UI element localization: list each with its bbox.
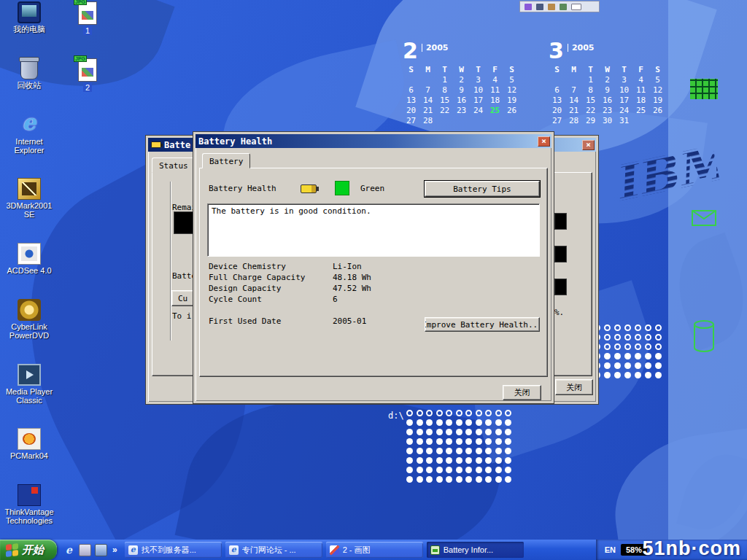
dot xyxy=(417,410,423,416)
calendar-header: 2 2005 xyxy=(403,40,525,65)
dot xyxy=(406,467,413,473)
calendar-weekday: S xyxy=(403,65,419,75)
desktop-icon-label: Media Player Classic xyxy=(1,387,57,405)
language-indicator[interactable]: EN xyxy=(605,545,616,554)
quicklaunch-ie-icon[interactable]: e xyxy=(63,544,75,556)
calendar-week-row: 20212223242526 xyxy=(403,106,525,116)
jpg-file-icon: JPG xyxy=(78,58,97,82)
close-dialog-button[interactable]: 关闭 xyxy=(503,385,541,400)
ie-icon xyxy=(229,545,239,555)
calendar-day: 7 xyxy=(419,85,436,96)
tab-status[interactable]: Status xyxy=(152,158,196,173)
calendar-day: 9 xyxy=(599,85,616,96)
power-icon[interactable] xyxy=(548,4,555,10)
watermark: 51nb·com xyxy=(642,537,741,560)
calendar-week-row: 2728293031 xyxy=(549,116,671,126)
taskbar-task-battery[interactable]: Battery Infor... xyxy=(427,542,524,558)
file-icon-column: JPG1JPG2 xyxy=(71,1,104,92)
dot xyxy=(645,353,651,359)
dot xyxy=(645,362,651,369)
taskbar-task-paint[interactable]: 2 - 画图 xyxy=(326,542,423,558)
calendar-day: 28 xyxy=(419,116,436,126)
dot xyxy=(417,476,423,483)
calendar-day: 14 xyxy=(419,96,436,106)
volume-icon[interactable] xyxy=(525,4,532,10)
desktop-icon-3dmark2001[interactable]: 3DMark2001 SE xyxy=(1,178,57,219)
window-titlebar[interactable]: Battery Health × xyxy=(196,134,551,148)
calendar-day: 20 xyxy=(403,106,419,116)
close-icon[interactable]: × xyxy=(582,140,595,150)
taskbar-task-ie[interactable]: 找不到服务器... xyxy=(125,542,222,558)
desktop-mini-toolbar xyxy=(519,1,600,12)
dot xyxy=(426,457,433,464)
cu-button-fragment[interactable]: Cu xyxy=(171,290,194,306)
calendar-day xyxy=(403,75,419,85)
desktop-file-2[interactable]: JPG2 xyxy=(71,58,104,92)
dot xyxy=(446,438,452,445)
calendar-day xyxy=(649,116,666,126)
taskbar-task-ie[interactable]: 专门网论坛 - ... xyxy=(225,542,322,558)
dot xyxy=(436,448,443,454)
calendar-day: 14 xyxy=(565,96,582,106)
dot xyxy=(426,410,433,416)
quicklaunch-desktop-icon[interactable] xyxy=(95,544,107,556)
dot xyxy=(614,362,621,369)
battery-tray-icon[interactable] xyxy=(560,4,567,10)
dot xyxy=(426,467,433,473)
calendar-year: 2005 xyxy=(568,44,595,52)
calendar-day: 2 xyxy=(599,75,616,85)
desktop-icon-acdsee[interactable]: ACDSee 4.0 xyxy=(1,243,57,275)
calendar-day: 27 xyxy=(403,116,419,126)
close-icon[interactable]: × xyxy=(538,136,550,147)
battery-icon xyxy=(301,184,317,193)
dot xyxy=(485,448,492,454)
quicklaunch-media-icon[interactable] xyxy=(79,544,91,556)
desktop-icon-internet-explorer[interactable]: Internet Explorer xyxy=(1,114,57,155)
calendar-day: 25 xyxy=(487,106,503,116)
recycle-bin-icon xyxy=(20,58,38,79)
battery-gauge-box xyxy=(554,279,567,295)
desktop-icon-thinkvantage[interactable]: ThinkVantage Technologies xyxy=(1,484,57,525)
improve-battery-health-button[interactable]: Improve Battery Health... xyxy=(425,317,540,332)
calendar-grid: SMTWTFS123456789101112131415161718192021… xyxy=(549,65,671,126)
battery-status-text: Green xyxy=(360,184,384,193)
desktop-file-1[interactable]: JPG1 xyxy=(71,1,104,35)
quicklaunch-overflow-chevron[interactable]: » xyxy=(111,545,119,555)
dot xyxy=(436,457,443,464)
dot xyxy=(495,419,502,426)
desktop-icon-media-player-classic[interactable]: Media Player Classic xyxy=(1,364,57,405)
calendar-day: 23 xyxy=(599,106,616,116)
calendar-weekday: W xyxy=(453,65,470,75)
calendar-week-row: 20212223242526 xyxy=(549,106,671,116)
desktop-icon-pcmark04[interactable]: PCMark04 xyxy=(1,428,57,460)
desktop-icon-my-computer[interactable]: 我的电脑 xyxy=(1,1,57,34)
start-button[interactable]: 开始 xyxy=(0,540,57,560)
task-label: 2 - 画图 xyxy=(343,545,371,556)
keyboard-icon[interactable] xyxy=(571,4,581,10)
calendar-day: 3 xyxy=(616,75,632,85)
dot xyxy=(476,410,482,416)
dot xyxy=(465,476,472,483)
desktop-icon-column: 我的电脑回收站Internet Explorer3DMark2001 SEACD… xyxy=(1,1,57,525)
close-window-button[interactable]: 关闭 xyxy=(555,379,593,395)
calendar-day: 23 xyxy=(453,106,470,116)
calendar-day xyxy=(419,75,436,85)
calendar-day: 6 xyxy=(549,85,565,96)
dot xyxy=(495,457,502,464)
desktop-icon-recycle-bin[interactable]: 回收站 xyxy=(1,58,57,90)
dot xyxy=(476,476,482,483)
calendar-day: 19 xyxy=(649,96,666,106)
calendar-day: 3 xyxy=(470,75,487,85)
desktop-icon-powerdvd[interactable]: CyberLink PowerDVD xyxy=(1,299,57,340)
first-used-value: 2005-01 xyxy=(333,316,366,327)
calendar-day: 11 xyxy=(632,85,649,96)
dot xyxy=(645,343,651,350)
tab-battery[interactable]: Battery xyxy=(202,153,250,168)
display-icon[interactable] xyxy=(536,4,543,10)
calendar-weekday: W xyxy=(599,65,616,75)
percent-fragment: %. xyxy=(554,308,564,317)
battery-tips-button[interactable]: Battery Tips xyxy=(425,181,540,197)
calendar-day: 30 xyxy=(599,116,616,126)
calendar-february: 2 2005 SMTWTFS12345678910111213141516171… xyxy=(403,40,525,126)
dot xyxy=(604,334,611,341)
